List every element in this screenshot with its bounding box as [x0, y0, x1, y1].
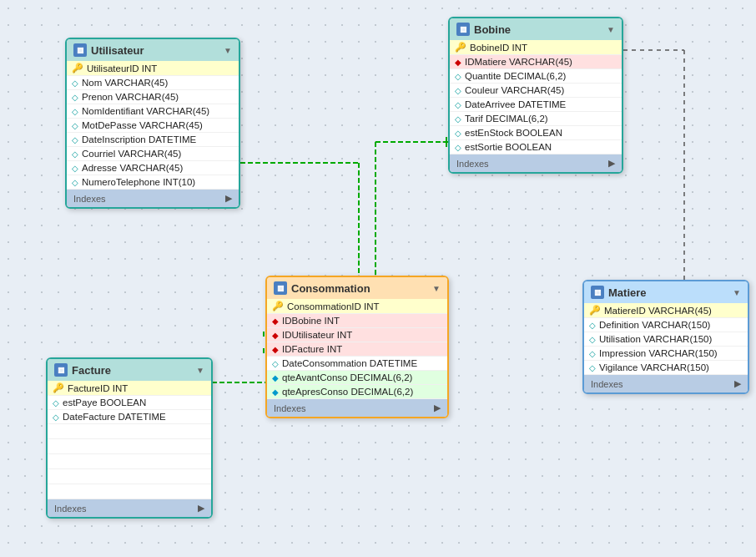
bobine-chevron[interactable]: ▼ — [607, 25, 615, 34]
field-icon: ◇ — [272, 359, 279, 368]
table-row — [48, 454, 211, 469]
consommation-table: ▦ Consommation ▼ 🔑 ConsommationID INT ◆ … — [265, 276, 449, 418]
field-label: NumeroTelephone INT(10) — [82, 177, 195, 187]
consommation-chevron[interactable]: ▼ — [432, 284, 441, 293]
utilisateur-footer[interactable]: Indexes ▶ — [67, 190, 239, 207]
field-icon: ◇ — [589, 349, 596, 358]
field-label: IDBobine INT — [282, 316, 340, 326]
bobine-footer[interactable]: Indexes ▶ — [450, 154, 622, 172]
table-row: ◇ NomIdentifiant VARCHAR(45) — [67, 104, 239, 119]
field-icon: ◇ — [72, 135, 78, 144]
field-label: IDMatiere VARCHAR(45) — [465, 57, 572, 67]
table-row: ◇ Impression VARCHAR(150) — [584, 347, 748, 361]
indexes-label: Indexes — [274, 403, 306, 413]
fk-cyan-icon: ◆ — [272, 373, 279, 382]
table-row — [48, 484, 211, 499]
field-icon: ◇ — [53, 398, 59, 408]
field-label: Couleur VARCHAR(45) — [465, 85, 564, 95]
field-label: estSortie BOOLEAN — [465, 142, 552, 152]
field-icon: ◇ — [72, 149, 78, 159]
field-label: Tarif DECIMAL(6,2) — [465, 114, 548, 124]
table-icon: ▦ — [54, 363, 68, 377]
consommation-footer[interactable]: Indexes ▶ — [267, 399, 447, 417]
field-label: IDFacture INT — [282, 344, 342, 354]
facture-chevron[interactable]: ▼ — [196, 366, 204, 375]
field-label: MotDePasse VARCHAR(45) — [82, 120, 203, 130]
field-label: estPaye BOOLEAN — [63, 397, 146, 408]
table-row: ◇ Prenon VARCHAR(45) — [67, 90, 239, 104]
footer-arrow: ▶ — [434, 403, 441, 413]
fk-icon: ◆ — [272, 331, 279, 340]
field-icon: ◇ — [455, 86, 461, 95]
facture-header: ▦ Facture ▼ — [48, 359, 211, 381]
matiere-title: Matiere — [608, 286, 647, 299]
table-icon: ▦ — [591, 286, 604, 299]
table-row — [48, 439, 211, 454]
pk-icon: 🔑 — [53, 382, 64, 393]
field-icon: ◇ — [72, 121, 78, 130]
utilisateur-header: ▦ Utilisateur ▼ — [67, 39, 239, 61]
table-icon: ▦ — [456, 23, 470, 36]
pk-icon: 🔑 — [72, 63, 83, 73]
table-row: ◇ Definition VARCHAR(150) — [584, 318, 748, 332]
field-icon: ◇ — [53, 413, 59, 422]
bobine-body: 🔑 BobineID INT ◆ IDMatiere VARCHAR(45) ◇… — [450, 40, 622, 154]
field-label: Courriel VARCHAR(45) — [82, 149, 181, 159]
consommation-title: Consommation — [291, 282, 370, 295]
table-row — [48, 469, 211, 484]
indexes-label: Indexes — [54, 504, 87, 514]
table-row: ◇ DateFacture DATETIME — [48, 410, 211, 424]
footer-arrow: ▶ — [608, 158, 615, 169]
field-icon: ◇ — [72, 93, 78, 102]
table-row: ◇ Quantite DECIMAL(6,2) — [450, 69, 622, 84]
facture-footer[interactable]: Indexes ▶ — [48, 499, 211, 517]
utilisateur-chevron[interactable]: ▼ — [224, 46, 232, 55]
table-row: ◆ IDUtilisateur INT — [267, 328, 447, 342]
pk-icon: 🔑 — [589, 305, 601, 316]
table-row: ◇ Tarif DECIMAL(6,2) — [450, 112, 622, 126]
table-icon: ▦ — [274, 281, 287, 295]
table-row: ◇ Vigilance VARCHAR(150) — [584, 361, 748, 375]
table-row: ◇ Utilisation VARCHAR(150) — [584, 332, 748, 347]
matiere-table: ▦ Matiere ▼ 🔑 MatiereID VARCHAR(45) ◇ De… — [582, 280, 749, 394]
field-label: FactureID INT — [68, 383, 128, 393]
table-row: ◆ qteAvantConso DECIMAL(6,2) — [267, 371, 447, 385]
matiere-footer[interactable]: Indexes ▶ — [584, 375, 748, 392]
table-row: ◇ DateConsommation DATETIME — [267, 357, 447, 371]
table-row: ◇ DateArrivee DATETIME — [450, 98, 622, 112]
field-label: Vigilance VARCHAR(150) — [599, 362, 709, 372]
field-label: IDUtilisateur INT — [282, 330, 352, 340]
table-row: ◇ Adresse VARCHAR(45) — [67, 161, 239, 175]
table-row: ◇ Courriel VARCHAR(45) — [67, 147, 239, 161]
field-icon: ◇ — [455, 72, 461, 81]
field-label: Prenon VARCHAR(45) — [82, 92, 179, 102]
field-label: Adresse VARCHAR(45) — [82, 163, 183, 173]
fk-icon: ◆ — [272, 316, 279, 326]
table-row: 🔑 FactureID INT — [48, 381, 211, 396]
table-row — [48, 424, 211, 439]
footer-arrow: ▶ — [734, 378, 741, 389]
matiere-chevron[interactable]: ▼ — [733, 288, 741, 297]
indexes-label: Indexes — [73, 194, 106, 204]
field-label: Impression VARCHAR(150) — [599, 348, 718, 358]
facture-body: 🔑 FactureID INT ◇ estPaye BOOLEAN ◇ Date… — [48, 381, 211, 499]
matiere-body: 🔑 MatiereID VARCHAR(45) ◇ Definition VAR… — [584, 303, 748, 375]
field-label: Nom VARCHAR(45) — [82, 78, 168, 88]
field-icon: ◇ — [589, 363, 596, 372]
field-label: qteAvantConso DECIMAL(6,2) — [282, 372, 412, 382]
consommation-header: ▦ Consommation ▼ — [267, 277, 447, 299]
bobine-table: ▦ Bobine ▼ 🔑 BobineID INT ◆ IDMatiere VA… — [448, 17, 623, 174]
field-icon: ◇ — [72, 107, 78, 116]
field-icon: ◇ — [72, 78, 78, 88]
facture-title: Facture — [72, 364, 111, 377]
table-row: ◇ Couleur VARCHAR(45) — [450, 84, 622, 98]
table-row: 🔑 UtilisateurID INT — [67, 61, 239, 76]
utilisateur-title: Utilisateur — [91, 44, 144, 57]
field-label: NomIdentifiant VARCHAR(45) — [82, 106, 209, 116]
field-icon: ◇ — [455, 114, 461, 124]
table-row: 🔑 ConsommationID INT — [267, 299, 447, 314]
utilisateur-body: 🔑 UtilisateurID INT ◇ Nom VARCHAR(45) ◇ … — [67, 61, 239, 190]
bobine-header: ▦ Bobine ▼ — [450, 18, 622, 40]
field-label: ConsommationID INT — [287, 301, 380, 311]
indexes-label: Indexes — [591, 379, 623, 389]
